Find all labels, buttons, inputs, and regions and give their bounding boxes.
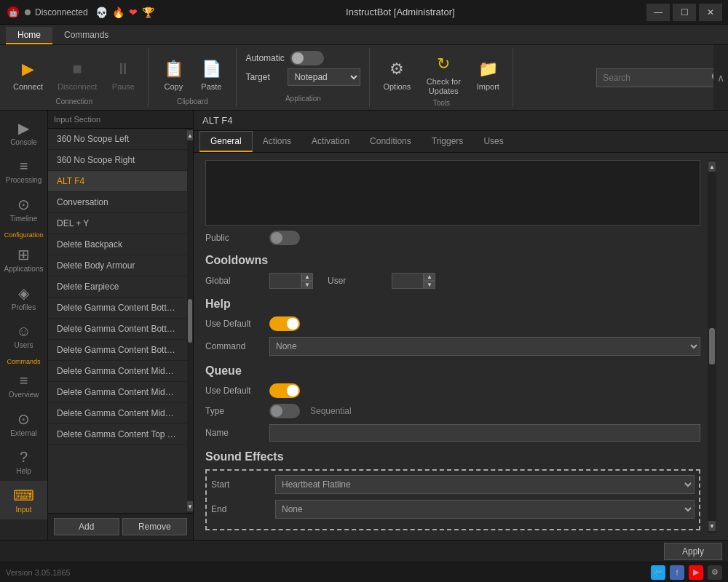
cmd-item-delete-gamma-bottom-3[interactable]: Delete Gamma Content Bottom ... bbox=[48, 340, 187, 361]
automatic-toggle[interactable] bbox=[290, 51, 324, 65]
bottom-icon-4[interactable]: ⚙ bbox=[708, 565, 722, 580]
sound-start-select[interactable]: Heartbeat Flatline bbox=[275, 475, 695, 494]
cmd-item-delete-earpiece[interactable]: Delete Earpiece bbox=[48, 276, 187, 298]
help-use-default-row: Use Default bbox=[205, 316, 700, 331]
help-use-default-toggle[interactable] bbox=[269, 316, 300, 331]
copy-button[interactable]: 📋 Copy bbox=[156, 55, 191, 94]
minimize-button[interactable]: — bbox=[646, 4, 670, 21]
bottom-icon-2[interactable]: f bbox=[670, 565, 684, 580]
cmd-item-delete-gamma-top[interactable]: Delete Gamma Content Top Cen... bbox=[48, 424, 187, 445]
check-updates-icon: ↻ bbox=[432, 52, 455, 76]
public-field-row: Public bbox=[205, 231, 700, 245]
connection-group: ▶ Connect ■ Disconnect ⏸ Pause Connectio… bbox=[0, 48, 149, 107]
scroll-up-button[interactable]: ▲ bbox=[187, 130, 193, 140]
remove-command-button[interactable]: Remove bbox=[122, 518, 188, 535]
tab-activation[interactable]: Activation bbox=[301, 131, 360, 152]
sidebar-item-profiles[interactable]: ◈ Profiles bbox=[0, 279, 47, 317]
sidebar-item-overview[interactable]: ≡ Overview bbox=[0, 367, 47, 404]
check-updates-button[interactable]: ↻ Check for Updates bbox=[419, 49, 467, 99]
sidebar-item-input[interactable]: ⌨ Input bbox=[0, 481, 47, 519]
cmd-item-delete-gamma-middle-3[interactable]: Delete Gamma Content Middle Ri... bbox=[48, 403, 187, 424]
sidebar-item-external[interactable]: ⊙ External bbox=[0, 404, 47, 443]
cmd-list-scroll[interactable]: 360 No Scope Left 360 No Scope Right ALT… bbox=[48, 129, 187, 513]
queue-name-input[interactable] bbox=[269, 424, 700, 442]
cmd-item-alt-f4[interactable]: ALT F4 bbox=[48, 171, 187, 192]
sidebar-item-applications[interactable]: ⊞ Applications bbox=[0, 240, 47, 279]
cooldowns-title: Cooldowns bbox=[205, 254, 700, 267]
sound-end-select[interactable]: None bbox=[275, 500, 695, 519]
user-up-btn[interactable]: ▲ bbox=[424, 273, 435, 281]
sidebar-item-timeline[interactable]: ⊙ Timeline bbox=[0, 190, 47, 228]
tab-triggers[interactable]: Triggers bbox=[422, 131, 474, 152]
detail-main: Public Cooldowns Global 0 ▲ ▼ bbox=[205, 160, 700, 533]
detail-scroll-down[interactable]: ▼ bbox=[708, 521, 716, 531]
tab-home[interactable]: Home bbox=[6, 27, 52, 44]
public-toggle[interactable] bbox=[269, 231, 300, 245]
global-label: Global bbox=[205, 276, 264, 286]
close-button[interactable]: ✕ bbox=[699, 4, 722, 21]
tab-commands[interactable]: Commands bbox=[52, 27, 120, 44]
ribbon: ▶ Connect ■ Disconnect ⏸ Pause Connectio… bbox=[0, 45, 728, 111]
sidebar: ▶ Console ≡ Processing ⊙ Timeline Config… bbox=[0, 111, 48, 540]
user-down-btn[interactable]: ▼ bbox=[424, 281, 435, 289]
global-input[interactable]: 0 bbox=[269, 273, 301, 289]
sidebar-item-help[interactable]: ? Help bbox=[0, 443, 47, 481]
search-input[interactable] bbox=[596, 68, 727, 87]
sidebar-item-console[interactable]: ▶ Console bbox=[0, 113, 47, 152]
help-toggle-knob bbox=[287, 318, 298, 330]
cmd-item-360-no-scope-left[interactable]: 360 No Scope Left bbox=[48, 129, 187, 150]
command-text-area[interactable] bbox=[205, 160, 700, 226]
bottom-icon-1[interactable]: 🐦 bbox=[651, 565, 665, 580]
cmd-list-scrollbar[interactable]: ▲ ▼ bbox=[187, 129, 193, 513]
import-button[interactable]: 📁 Import bbox=[470, 55, 505, 94]
command-select[interactable]: None bbox=[269, 337, 700, 356]
add-command-button[interactable]: Add bbox=[54, 518, 119, 535]
connect-button[interactable]: ▶ Connect bbox=[7, 55, 49, 94]
disconnect-button[interactable]: ■ Disconnect bbox=[52, 55, 103, 94]
cmd-item-delete-body-armour[interactable]: Delete Body Armour bbox=[48, 255, 187, 276]
cmd-item-delete-gamma-middle-1[interactable]: Delete Gamma Content Middle C... bbox=[48, 361, 187, 382]
options-button[interactable]: ⚙ Options bbox=[377, 55, 416, 94]
cmd-item-360-no-scope-right[interactable]: 360 No Scope Right bbox=[48, 150, 187, 171]
cmd-item-delete-gamma-bottom-2[interactable]: Delete Gamma Content Bottom L... bbox=[48, 319, 187, 340]
scrollbar-thumb bbox=[188, 299, 192, 343]
apply-button[interactable]: Apply bbox=[664, 543, 722, 560]
detail-scrollbar[interactable]: ▲ ▼ bbox=[708, 160, 716, 533]
detail-scrollbar-thumb bbox=[709, 328, 715, 364]
paste-button[interactable]: 📄 Paste bbox=[194, 55, 229, 94]
tab-uses[interactable]: Uses bbox=[473, 131, 513, 152]
tab-actions[interactable]: Actions bbox=[253, 131, 301, 152]
scroll-down-button[interactable]: ▼ bbox=[187, 501, 193, 511]
bottom-icon-3[interactable]: ▶ bbox=[689, 565, 703, 580]
sidebar-item-processing[interactable]: ≡ Processing bbox=[0, 152, 47, 190]
queue-use-default-toggle[interactable] bbox=[269, 383, 300, 398]
cmd-item-delete-gamma-middle-2[interactable]: Delete Gamma Content Middle L... bbox=[48, 382, 187, 403]
cmd-item-conversation[interactable]: Conversation bbox=[48, 192, 187, 213]
collapse-button[interactable]: ∧ bbox=[713, 45, 728, 110]
overview-icon: ≡ bbox=[20, 372, 28, 389]
cmd-item-delete-backpack[interactable]: Delete Backpack bbox=[48, 234, 187, 255]
command-label: Command bbox=[205, 341, 264, 351]
queue-use-default-row: Use Default bbox=[205, 383, 700, 398]
queue-type-knob bbox=[271, 405, 282, 417]
user-input[interactable]: 0 bbox=[392, 273, 424, 289]
global-down-btn[interactable]: ▼ bbox=[301, 281, 313, 289]
global-up-btn[interactable]: ▲ bbox=[301, 273, 313, 281]
pause-button[interactable]: ⏸ Pause bbox=[106, 55, 141, 94]
import-icon: 📁 bbox=[476, 57, 499, 81]
queue-type-toggle[interactable] bbox=[269, 404, 300, 418]
sound-end-label: End bbox=[211, 504, 269, 514]
queue-type-row: Type Sequential bbox=[205, 404, 700, 418]
sidebar-item-users[interactable]: ☺ Users bbox=[0, 317, 47, 355]
maximize-button[interactable]: ☐ bbox=[673, 4, 696, 21]
user-stepper: 0 ▲ ▼ bbox=[392, 273, 435, 289]
tab-general[interactable]: General bbox=[199, 131, 253, 152]
cooldowns-row: Global 0 ▲ ▼ User 0 ▲ ▼ bbox=[205, 273, 700, 289]
detail-scroll-up[interactable]: ▲ bbox=[708, 162, 716, 172]
cmd-item-del-y[interactable]: DEL + Y bbox=[48, 213, 187, 234]
help-use-default-label: Use Default bbox=[205, 319, 264, 329]
paste-icon: 📄 bbox=[199, 57, 223, 81]
target-select[interactable]: Notepad bbox=[288, 68, 360, 86]
cmd-item-delete-gamma-bottom-1[interactable]: Delete Gamma Content Bottom ... bbox=[48, 298, 187, 319]
tab-conditions[interactable]: Conditions bbox=[360, 131, 422, 152]
